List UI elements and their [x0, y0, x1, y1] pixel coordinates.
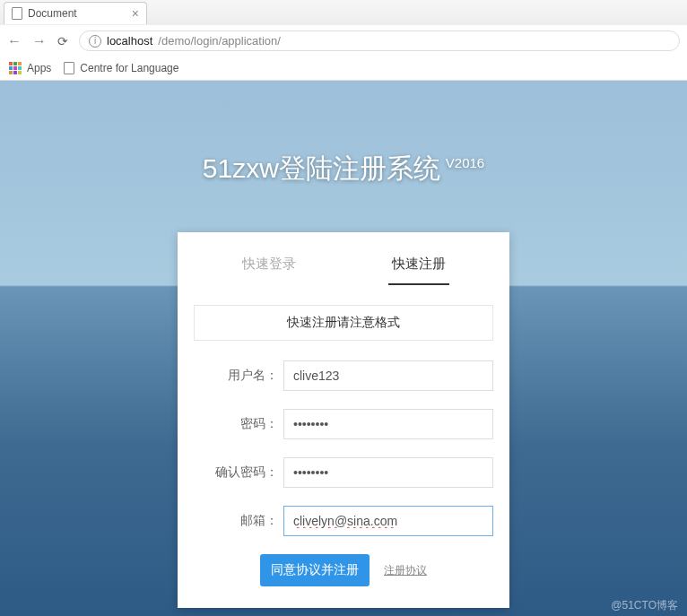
form-row-password: 密码：: [194, 409, 493, 439]
notice-bar: 快速注册请注意格式: [194, 305, 493, 341]
confirm-label: 确认密码：: [194, 464, 283, 481]
auth-tabs: 快速登录 快速注册: [194, 245, 493, 285]
back-icon[interactable]: ←: [7, 33, 22, 49]
tab-bar: Document ×: [0, 0, 687, 25]
apps-button[interactable]: Apps: [9, 62, 51, 74]
url-path: /demo/login/application/: [158, 34, 281, 48]
apps-icon: [9, 62, 22, 74]
form-row-username: 用户名：: [194, 360, 493, 391]
form-row-confirm: 确认密码：: [194, 457, 493, 488]
password-label: 密码：: [194, 416, 283, 432]
confirm-password-input[interactable]: [283, 457, 493, 488]
close-icon[interactable]: ×: [132, 6, 139, 21]
email-label: 邮箱：: [194, 513, 283, 529]
forward-icon[interactable]: →: [32, 33, 47, 49]
form-actions: 同意协议并注册 注册协议: [194, 554, 493, 586]
form-row-email: 邮箱：: [194, 506, 493, 536]
tab-login[interactable]: 快速登录: [239, 245, 300, 285]
page-viewport: 51zxw登陆注册系统V2016 快速登录 快速注册 快速注册请注意格式 用户名…: [0, 81, 687, 616]
bookmark-item[interactable]: Centre for Language: [64, 62, 178, 74]
watermark: @51CTO博客: [611, 598, 678, 613]
email-input[interactable]: [283, 506, 493, 536]
agreement-link[interactable]: 注册协议: [384, 563, 427, 578]
info-icon[interactable]: i: [89, 35, 101, 48]
url-bar[interactable]: i localhost/demo/login/application/: [79, 30, 680, 51]
reload-icon[interactable]: ⟳: [57, 34, 68, 48]
submit-button[interactable]: 同意协议并注册: [260, 554, 370, 586]
url-host: localhost: [107, 34, 152, 48]
tab-register[interactable]: 快速注册: [388, 245, 449, 285]
tab-title: Document: [28, 7, 77, 20]
username-label: 用户名：: [194, 368, 283, 384]
document-icon: [12, 7, 22, 20]
password-input[interactable]: [283, 409, 493, 439]
page-title: 51zxw登陆注册系统V2016: [0, 81, 687, 187]
nav-bar: ← → ⟳ i localhost/demo/login/application…: [0, 25, 687, 56]
version-badge: V2016: [446, 155, 484, 170]
username-input[interactable]: [283, 360, 493, 391]
document-icon: [64, 62, 74, 74]
browser-tab[interactable]: Document ×: [4, 2, 147, 24]
auth-card: 快速登录 快速注册 快速注册请注意格式 用户名： 密码： 确认密码： 邮箱： 同…: [178, 232, 509, 608]
bookmarks-bar: Apps Centre for Language: [0, 56, 687, 80]
